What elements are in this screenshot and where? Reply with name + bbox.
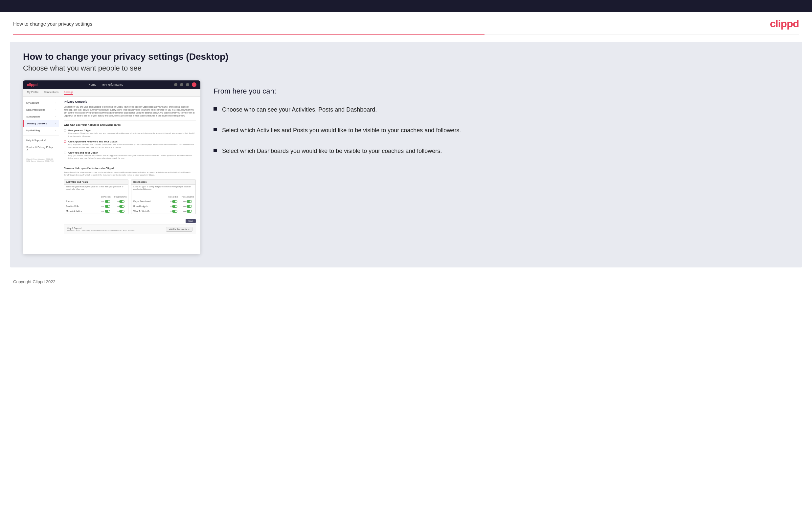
manual-activities-label: Manual Activities: [66, 210, 100, 212]
avatar[interactable]: [192, 82, 196, 87]
radio-followers-desc: Only approved followers and coaches you …: [68, 143, 196, 149]
pd-followers-on: ON: [183, 201, 186, 203]
page-subtitle: Choose what you want people to see: [23, 64, 789, 72]
wtwo-followers-toggle[interactable]: [187, 210, 192, 213]
top-bar: [0, 0, 812, 12]
pd-followers-toggle[interactable]: [187, 200, 192, 203]
bullet-square-3: [213, 149, 217, 152]
search-icon[interactable]: [174, 83, 177, 86]
dashboards-table-header: Dashboards: [132, 179, 195, 185]
what-to-work-on-label: What To Work On: [133, 210, 167, 212]
ri-followers-on: ON: [183, 206, 186, 208]
rounds-toggles: ON ON: [100, 200, 126, 203]
screenshot-container: clippd Home My Performance My Profile Co…: [23, 80, 200, 254]
divider-2: [64, 164, 196, 164]
bell-icon[interactable]: [186, 83, 189, 86]
visit-community-button[interactable]: Visit Our Community ↗: [166, 227, 193, 232]
logo: clippd: [770, 18, 799, 30]
save-button[interactable]: Save: [186, 219, 196, 223]
mini-main-panel: Privacy Controls Control how you and you…: [59, 97, 200, 254]
bullet-square-1: [213, 107, 217, 111]
radio-everyone[interactable]: Everyone on Clippd Everyone on Clippd ca…: [64, 129, 196, 137]
manual-followers-toggle[interactable]: [119, 210, 124, 213]
sub-nav-connections[interactable]: Connections: [44, 91, 58, 95]
sub-nav-settings[interactable]: Settings: [64, 91, 73, 95]
radio-followers-content: Only Approved Followers and Your Coach O…: [68, 140, 196, 149]
practice-followers-toggle[interactable]: [119, 205, 124, 208]
privacy-controls-desc: Control how you and your data appears to…: [64, 105, 196, 117]
ri-coaches-toggle[interactable]: [172, 205, 177, 208]
sidebar-item-subscription[interactable]: Subscription ›: [23, 113, 59, 120]
show-hide-desc: Regardless of the privacy controls that …: [64, 171, 196, 177]
manual-coaches-toggle[interactable]: [105, 210, 110, 213]
rounds-followers-toggle[interactable]: [119, 200, 124, 203]
radio-only-you-content: Only You and Your Coach Only you and the…: [68, 151, 196, 160]
wtwo-followers-on: ON: [183, 210, 186, 212]
show-hide-title: Show or hide specific features in Clippd: [64, 167, 196, 170]
manual-followers-on: ON: [116, 210, 118, 212]
help-text-block: Help & Support Visit our Clippd communit…: [67, 227, 136, 231]
mini-nav-home[interactable]: Home: [88, 83, 96, 86]
player-dashboard-label: Player Dashboard: [133, 200, 167, 203]
pd-coaches-toggle-group: ON: [167, 200, 179, 203]
manual-activities-row: Manual Activities ON ON: [64, 209, 128, 214]
bullet-text-2: Select which Activities and Posts you wo…: [222, 126, 461, 135]
followers-col-header: FOLLOWERS: [114, 196, 126, 198]
footer: Copyright Clippd 2022: [0, 274, 812, 289]
pd-coaches-on: ON: [169, 201, 171, 203]
round-insights-toggles: ON ON: [167, 205, 194, 208]
manual-followers-toggle-group: ON: [114, 210, 126, 213]
chevron-icon: ›: [55, 115, 55, 118]
round-insights-row: Round Insights ON ON: [132, 204, 195, 209]
sub-nav-profile[interactable]: My Profile: [27, 91, 39, 95]
right-content: From here you can: Choose who can see yo…: [213, 80, 789, 156]
mini-nav-performance[interactable]: My Performance: [101, 83, 123, 86]
wtwo-coaches-toggle[interactable]: [172, 210, 177, 213]
activities-col-headers: COACHES FOLLOWERS: [64, 195, 128, 199]
sidebar-item-data-integrations[interactable]: Data Integrations ›: [23, 106, 59, 113]
player-dashboard-row: Player Dashboard ON ON: [132, 199, 195, 204]
bullet-text-1: Choose who can see your Activities, Post…: [222, 105, 377, 114]
radio-followers[interactable]: Only Approved Followers and Your Coach O…: [64, 140, 196, 149]
bullet-item-3: Select which Dashboards you would like t…: [213, 147, 789, 156]
rounds-coaches-on: ON: [101, 201, 104, 203]
radio-everyone-circle: [64, 129, 66, 132]
sidebar-item-my-golf-bag[interactable]: My Golf Bag ›: [23, 127, 59, 134]
radio-group: Everyone on Clippd Everyone on Clippd ca…: [64, 129, 196, 160]
header-divider: [13, 35, 799, 35]
privacy-controls-title: Privacy Controls: [64, 100, 196, 103]
sidebar-item-my-account[interactable]: My Account ›: [23, 100, 59, 106]
mini-logo: clippd: [27, 83, 38, 87]
pd-coaches-toggle[interactable]: [172, 200, 177, 203]
rounds-coaches-toggle[interactable]: [105, 200, 110, 203]
chevron-icon: ›: [55, 129, 55, 131]
dashboards-followers-col: FOLLOWERS: [182, 196, 194, 198]
content-row: clippd Home My Performance My Profile Co…: [23, 80, 789, 254]
sidebar-item-help-support[interactable]: Help & Support ↗: [23, 137, 59, 144]
ri-followers-toggle-group: ON: [182, 205, 194, 208]
coaches-col-header: COACHES: [100, 196, 112, 198]
bullet-text-3: Select which Dashboards you would like t…: [222, 147, 442, 156]
grid-icon[interactable]: [180, 83, 183, 86]
sidebar-divider: [23, 135, 59, 135]
rounds-label: Rounds: [66, 200, 100, 203]
practice-coaches-toggle[interactable]: [105, 205, 110, 208]
practice-followers-on: ON: [116, 206, 118, 208]
mini-nav: clippd Home My Performance: [23, 80, 200, 89]
save-row: Save: [64, 218, 196, 224]
practice-followers-toggle-group: ON: [114, 205, 126, 208]
sidebar-item-service-privacy[interactable]: Service & Privacy Policy ↗: [23, 144, 59, 154]
mini-body: My Account › Data Integrations › Subscri…: [23, 97, 200, 254]
bullet-item-2: Select which Activities and Posts you wo…: [213, 126, 789, 135]
pd-followers-toggle-group: ON: [182, 200, 194, 203]
radio-only-you[interactable]: Only You and Your Coach Only you and the…: [64, 151, 196, 160]
sidebar-item-privacy-controls[interactable]: Privacy Controls ›: [23, 120, 59, 127]
practice-drills-label: Practice Drills: [66, 205, 100, 208]
dashboards-table: Dashboards Select the types of activity …: [131, 179, 196, 214]
header-title: How to change your privacy settings: [13, 21, 92, 26]
ri-coaches-toggle-group: ON: [167, 205, 179, 208]
wtwo-coaches-on: ON: [169, 210, 171, 212]
bullet-list: Choose who can see your Activities, Post…: [213, 105, 789, 156]
ri-followers-toggle[interactable]: [187, 205, 192, 208]
rounds-row: Rounds ON ON: [64, 199, 128, 204]
